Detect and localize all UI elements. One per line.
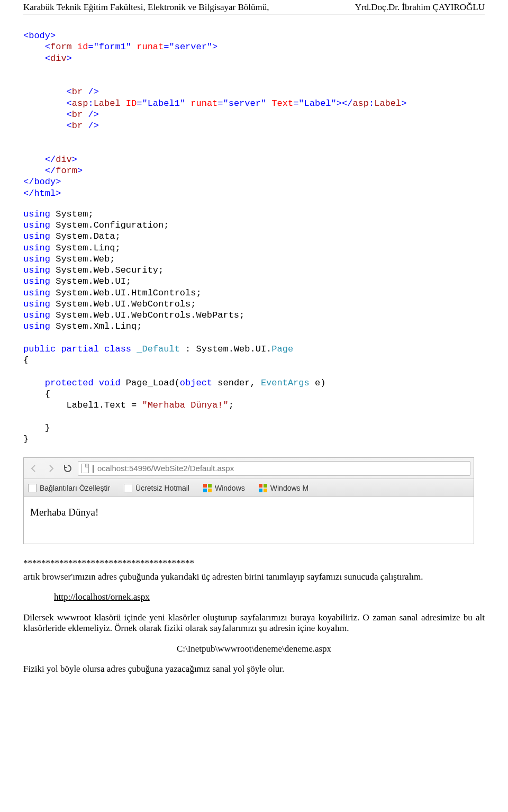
bookmark-label: Windows M xyxy=(270,484,309,492)
browser-toolbar: |ocalhost:54996/WebSite2/Default.aspx xyxy=(24,458,474,479)
forward-icon[interactable] xyxy=(44,462,58,475)
page-output: Merhaba Dünya! xyxy=(30,507,98,518)
browser-screenshot: |ocalhost:54996/WebSite2/Default.aspx Ba… xyxy=(23,457,474,544)
paragraph: artık browser'ımızın adres çubuğunda yuk… xyxy=(23,572,485,582)
code-block-csharp: using System; using System.Configuration… xyxy=(23,209,485,445)
bookmark-item[interactable]: Ücretsiz Hotmail xyxy=(124,484,189,492)
bookmark-icon xyxy=(124,484,132,492)
code-line: <body> xyxy=(23,31,56,41)
header-left: Karabük Teknik Eğitim Fakültesi, Elektro… xyxy=(23,2,269,13)
bookmark-item[interactable]: Bağlantıları Özelleştir xyxy=(28,484,110,492)
header-right: Yrd.Doç.Dr. İbrahim ÇAYIROĞLU xyxy=(355,2,485,13)
example-link[interactable]: http://localhost/ornek.aspx xyxy=(54,592,485,602)
page-header: Karabük Teknik Eğitim Fakültesi, Elektro… xyxy=(23,0,485,14)
paragraph: Fiziki yol böyle olursa adres çubuğuna y… xyxy=(23,664,485,674)
reload-icon[interactable] xyxy=(61,462,75,475)
bookmark-label: Windows xyxy=(215,484,245,492)
separator-stars: ************************************** xyxy=(23,558,485,569)
back-icon[interactable] xyxy=(27,462,41,475)
bookmark-label: Ücretsiz Hotmail xyxy=(135,484,189,492)
bookmark-item[interactable]: Windows xyxy=(203,484,245,492)
bookmark-label: Bağlantıları Özelleştir xyxy=(40,484,110,492)
bookmark-icon xyxy=(28,484,37,492)
bookmarks-bar: Bağlantıları Özelleştir Ücretsiz Hotmail… xyxy=(24,479,474,497)
windows-icon xyxy=(203,484,212,492)
address-bar[interactable]: |ocalhost:54996/WebSite2/Default.aspx xyxy=(78,461,470,476)
windows-icon xyxy=(259,484,267,492)
page-icon xyxy=(81,464,89,473)
bookmark-item[interactable]: Windows M xyxy=(259,484,309,492)
url-text: ocalhost:54996/WebSite2/Default.aspx xyxy=(97,464,234,473)
path-text: C:\Inetpub\wwwroot\deneme\deneme.aspx xyxy=(23,644,485,654)
paragraph: Dilersek wwwroot klasörü içinde yeni kla… xyxy=(23,612,485,634)
code-block-html: <body> <form id="form1" runat="server"> … xyxy=(23,30,485,199)
browser-viewport: Merhaba Dünya! xyxy=(24,497,474,544)
